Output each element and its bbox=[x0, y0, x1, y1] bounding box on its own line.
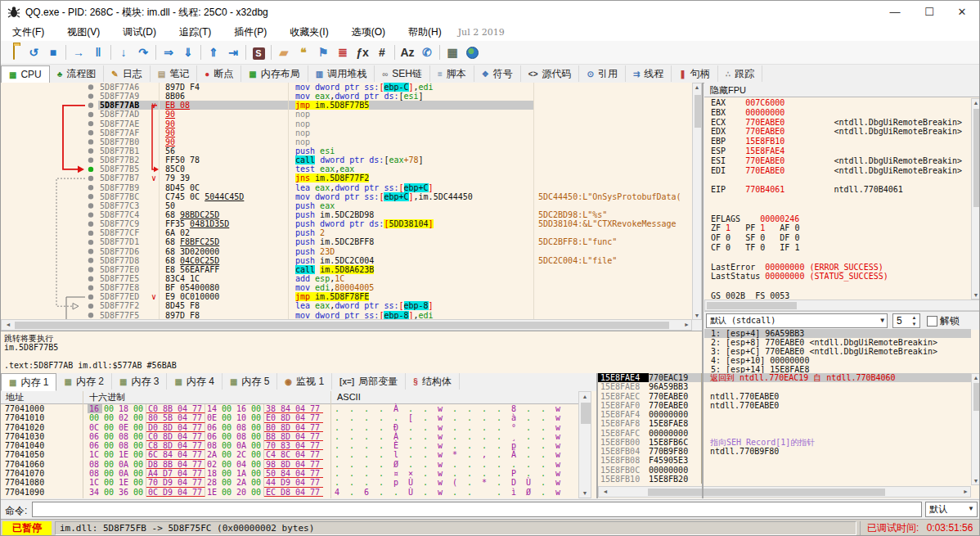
stack-row[interactable]: 15E8FB08F45905E3 bbox=[598, 456, 980, 465]
tab-locals[interactable]: [x=]局部变量 bbox=[332, 373, 406, 390]
disasm-row[interactable]: 5D8F77AD90nop bbox=[98, 110, 692, 119]
command-history-select[interactable]: 默认 ▼ bbox=[925, 502, 978, 517]
scylla-icon[interactable]: S bbox=[249, 43, 268, 61]
stack-row[interactable]: 15E8FAEC770EABE0ntdll.770EABE0 bbox=[598, 392, 980, 401]
breakpoint-dot[interactable] bbox=[88, 139, 93, 144]
disassembly-hscrollbar[interactable]: ◄► bbox=[1, 319, 692, 331]
menu-item-V[interactable]: 视图(V) bbox=[56, 25, 111, 39]
patches-icon[interactable]: ▰ bbox=[274, 43, 294, 61]
tab-watch1[interactable]: ◉监视 1 bbox=[277, 373, 332, 390]
stack-row[interactable]: 15E8FB0C00000000 bbox=[598, 466, 980, 475]
argument-row[interactable]: 4: [esp+10] 00000000 bbox=[704, 356, 971, 365]
disasm-row[interactable]: 5D8F77B090nop bbox=[98, 137, 692, 146]
unlock-checkbox[interactable] bbox=[927, 316, 937, 327]
disasm-row[interactable]: 5D8F77D668 3D020000push 23D bbox=[98, 247, 692, 256]
breakpoint-dot[interactable] bbox=[88, 277, 93, 282]
memory-row[interactable]: 7704106008000A00D88B047702000400988D0477… bbox=[1, 460, 578, 469]
breakpoint-dot[interactable] bbox=[88, 212, 93, 217]
maximize-button[interactable]: ☐ bbox=[915, 1, 943, 24]
disasm-row[interactable]: 5D8F77CF6A 02push 2 bbox=[98, 228, 692, 237]
breakpoint-dot[interactable] bbox=[88, 258, 93, 263]
disasm-row[interactable]: 5D8F77D868 04C0C25Dpush im.5DC2C0045DC2C… bbox=[98, 256, 692, 265]
disasm-row[interactable]: 5D8F77C350push eax bbox=[98, 201, 692, 210]
disasm-row[interactable]: 5D8F77F28D45 F8lea eax,dword ptr ss:[ebp… bbox=[98, 301, 692, 310]
stack-row[interactable]: 15E8FAF400000000 bbox=[598, 410, 980, 419]
stop-icon[interactable]: ■ bbox=[43, 43, 63, 61]
breakpoint-dot[interactable] bbox=[88, 295, 93, 300]
menu-item-O[interactable]: 选项(O) bbox=[340, 25, 397, 39]
breakpoint-dot[interactable] bbox=[88, 203, 93, 208]
register-list[interactable]: EAX 007C6000EBX 00000000ECX 770EABE0 <nt… bbox=[704, 98, 971, 300]
disassembly-panel[interactable]: 5D8F77A6897D F4mov dword ptr ss:[ebp-C],… bbox=[1, 83, 692, 320]
stack-row[interactable]: 15E8FAE896A59BB3 bbox=[598, 382, 980, 391]
analyze-icon[interactable]: # bbox=[372, 43, 392, 61]
arg-count-stepper[interactable]: 5 ▲▼ bbox=[892, 313, 920, 328]
memory-row[interactable]: 770410501C001E006C8404772A002C00C48C0477… bbox=[1, 450, 578, 459]
breakpoint-dot[interactable] bbox=[88, 313, 93, 318]
tab-handles[interactable]: ❚句柄 bbox=[672, 65, 717, 82]
trace-over-icon[interactable]: ⇓ bbox=[178, 43, 198, 61]
breakpoint-dot[interactable] bbox=[88, 231, 93, 236]
close-button[interactable]: ✕ bbox=[948, 1, 976, 24]
registers-hscrollbar[interactable] bbox=[704, 300, 980, 311]
tab-breakpoints[interactable]: ●断点 bbox=[197, 65, 241, 82]
memory-row[interactable]: 7704100016001800C08B04771400160038840477… bbox=[1, 404, 578, 413]
stack-vscrollbar[interactable]: ▲▼ bbox=[971, 373, 980, 485]
execute-till-return-icon[interactable]: ⇑ bbox=[204, 43, 223, 61]
argument-list[interactable]: 1: [esp+4] 96A59BB32: [esp+8] 770EABE0 <… bbox=[704, 329, 971, 373]
disassembly-vscrollbar[interactable]: ▲▼ bbox=[692, 83, 702, 320]
jump-target-dot[interactable] bbox=[88, 167, 93, 172]
disasm-row[interactable]: 5D8F77B585C0test eax,eax bbox=[98, 164, 692, 173]
memory-row[interactable]: 7704103006000800C08D047706000800B88D0477… bbox=[1, 432, 578, 441]
tab-dump2[interactable]: ▦内存 2 bbox=[56, 373, 111, 390]
tab-script[interactable]: ≡脚本 bbox=[430, 65, 474, 82]
disasm-row[interactable]: 5D8F77C9FF35 0481D35Dpush dword ptr ds:[… bbox=[98, 219, 692, 228]
breakpoint-dot[interactable] bbox=[88, 158, 93, 163]
comments-icon[interactable]: ❝ bbox=[294, 43, 313, 61]
breakpoint-dot[interactable] bbox=[88, 240, 93, 245]
tab-references[interactable]: ⊙引用 bbox=[579, 65, 625, 82]
breakpoint-dot[interactable] bbox=[88, 103, 93, 108]
stack-row[interactable]: 15E8FB1015E8FB20 bbox=[598, 475, 980, 484]
open-file-icon[interactable] bbox=[4, 43, 24, 61]
tab-log[interactable]: ✎日志 bbox=[104, 65, 150, 82]
disasm-row[interactable]: 5D8F77B2FF50 78call dword ptr ds:[eax+78… bbox=[98, 155, 692, 164]
stepper-arrows-icon[interactable]: ▲▼ bbox=[910, 314, 919, 327]
hide-fpu-button[interactable]: 隐藏FPU bbox=[704, 83, 980, 97]
breakpoint-dot[interactable] bbox=[88, 93, 93, 98]
disasm-row[interactable]: 5D8F77AB∨EB 08jmp im.5D8F77B5 bbox=[98, 101, 692, 110]
disasm-row[interactable]: 5D8F77B98D45 0Clea eax,dword ptr ss:[ebp… bbox=[98, 183, 692, 192]
tab-symbols[interactable]: ❖符号 bbox=[474, 65, 521, 82]
minimize-button[interactable]: — bbox=[881, 1, 909, 24]
registers-vscrollbar[interactable]: ▲▼ bbox=[971, 98, 980, 300]
disasm-row[interactable]: 5D8F77A98B06mov eax,dword ptr ds:[esi] bbox=[98, 92, 692, 101]
disasm-row[interactable]: 5D8F77F5897D F8mov dword ptr ss:[ebp-8],… bbox=[98, 311, 692, 320]
memory-dump-panel[interactable]: 地址 十六进制 ASCII 7704100016001800C08B047714… bbox=[1, 391, 596, 498]
tab-cpu[interactable]: ▦CPU bbox=[1, 65, 50, 83]
breakpoint-dot[interactable] bbox=[88, 286, 93, 291]
breakpoint-dot[interactable] bbox=[88, 304, 93, 309]
disasm-row[interactable]: 5D8F77ED∨E9 0C010000jmp im.5D8F78FE bbox=[98, 292, 692, 301]
calculator-icon[interactable]: ▦ bbox=[443, 43, 462, 61]
breakpoint-list-icon[interactable]: ≣ bbox=[333, 43, 353, 61]
memory-row[interactable]: 7704101000000200805B04770E001000E08D0477… bbox=[1, 413, 578, 422]
tab-memory-map[interactable]: ▦内存布局 bbox=[241, 65, 308, 82]
breakpoint-dot[interactable] bbox=[88, 249, 93, 254]
tab-dump1[interactable]: ▦内存 1 bbox=[1, 373, 56, 391]
stack-row[interactable]: 15E8FAE4770EAC19返回到 ntdll.770EAC19 自 ntd… bbox=[598, 373, 980, 382]
tab-dump5[interactable]: ▦内存 5 bbox=[223, 373, 277, 390]
tab-source[interactable]: <>源代码 bbox=[521, 65, 580, 82]
menu-item-P[interactable]: 插件(P) bbox=[223, 25, 278, 39]
breakpoint-dot[interactable] bbox=[88, 185, 93, 190]
breakpoint-dot[interactable] bbox=[88, 222, 93, 227]
disasm-row[interactable]: 5D8F77B7∨79 39jns im.5D8F77F2 bbox=[98, 173, 692, 182]
appearance-icon[interactable]: Az bbox=[398, 43, 417, 61]
restart-icon[interactable]: ↺ bbox=[24, 43, 43, 61]
memory-row[interactable]: 7704104006000800C88D047708000A0070830477… bbox=[1, 441, 578, 450]
disasm-row[interactable]: 5D8F77B156push esi bbox=[98, 146, 692, 155]
argument-row[interactable]: 1: [esp+4] 96A59BB3 bbox=[704, 329, 971, 338]
tab-trace[interactable]: ∴跟踪 bbox=[718, 65, 762, 82]
menu-item-D[interactable]: 调试(D) bbox=[111, 25, 168, 39]
memory-row[interactable]: 770410200C000E00D08D047706000800B08D0477… bbox=[1, 423, 578, 432]
calling-convention-select[interactable]: 默认 (stdcall) ▼ bbox=[706, 313, 888, 328]
